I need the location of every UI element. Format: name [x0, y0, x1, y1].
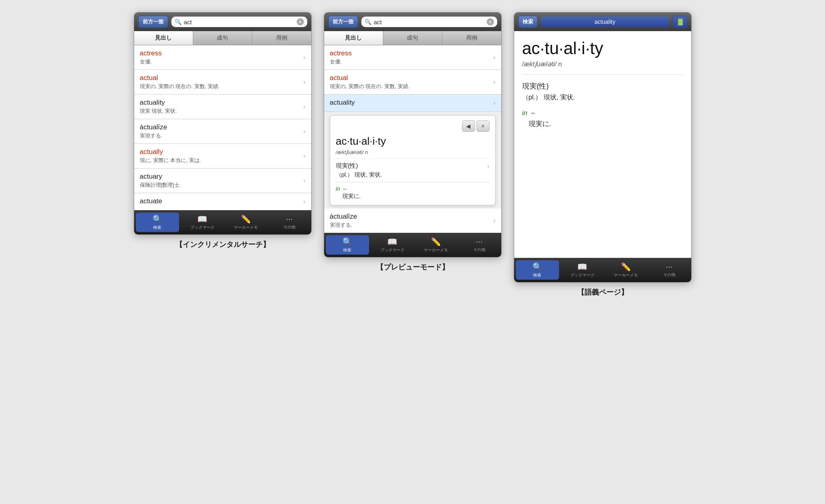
tab-midashi-1[interactable]: 見出し	[134, 31, 193, 45]
memo-nav-icon-3: ✏️	[621, 262, 631, 272]
word-def: 現実の, 実際の 現在の. 実数, 実績.	[140, 83, 300, 90]
screen1-caption: 【インクリメンタルサーチ】	[175, 240, 270, 249]
nav-search-label-1: 検索	[153, 225, 161, 230]
bottom-nav-2: 🔍 検索 📖 ブックマーク ✏️ マーカーメモ ··· その他	[324, 233, 501, 257]
chevron-icon: ›	[493, 99, 495, 107]
list-item[interactable]: actual 現実の, 実際の 現在の. 実数, 実績. ›	[134, 70, 311, 95]
word-def: 現に, 実際に 本当に, 実は.	[140, 157, 300, 164]
nav-bookmark-label-2: ブックマーク	[380, 247, 405, 253]
list-item[interactable]: áctualīze 実現する. ›	[324, 209, 501, 233]
search-bar-2[interactable]: 🔍 act ×	[361, 17, 497, 27]
word-headword: actress	[140, 49, 300, 57]
match-button-1[interactable]: 前方一致	[138, 16, 168, 28]
tab-seiku-1[interactable]: 成句	[193, 31, 252, 45]
nav-search-1[interactable]: 🔍 検索	[136, 213, 179, 232]
popup-phrase-def: 現実に.	[342, 193, 490, 200]
search-input-value-2[interactable]: act	[374, 19, 484, 25]
word-headword: actuary	[140, 173, 300, 181]
popup-def2: （pl.） 現状, 実状.	[336, 171, 490, 179]
screen2: 前方一致 🔍 act × 見出し 成句 用例 actress 女優.	[324, 12, 502, 257]
nav-other-2[interactable]: ··· その他	[458, 235, 501, 255]
popup-phrase-label: in ～	[336, 186, 490, 193]
bookmark-nav-icon-3: 📖	[577, 262, 587, 272]
nav-memo-label-3: マーカーメモ	[614, 272, 638, 278]
list-item[interactable]: actress 女優. ›	[324, 45, 501, 70]
chevron-icon: ›	[493, 54, 495, 61]
nav-bookmark-3[interactable]: 📖 ブックマーク	[561, 260, 604, 280]
chevron-icon: ›	[303, 152, 305, 160]
def-meaning1: 現実(性)	[522, 81, 683, 91]
word-def: 実現する.	[330, 221, 490, 229]
search-nav-icon-2: 🔍	[342, 237, 352, 247]
nav-memo-1[interactable]: ✏️ マーカーメモ	[224, 213, 268, 232]
definition-content: ac·tu·al·i·ty /æktʃuæləti/ n 現実(性) （pl.）…	[514, 31, 691, 137]
def-search-button[interactable]: 検索	[518, 16, 538, 28]
separator	[336, 182, 490, 182]
word-content: actuate	[140, 197, 300, 206]
list-item[interactable]: actuary 保険計理[数理]士. ›	[134, 169, 311, 193]
search-nav-icon-1: 🔍	[152, 214, 162, 224]
clear-button-2[interactable]: ×	[487, 18, 494, 25]
word-headword: actuality	[330, 99, 490, 107]
nav-memo-3[interactable]: ✏️ マーカーメモ	[604, 260, 648, 280]
nav-memo-label-2: マーカーメモ	[424, 247, 448, 253]
popup-headword: ac·tu·al·i·ty	[336, 135, 490, 148]
nav-memo-2[interactable]: ✏️ マーカーメモ	[414, 235, 458, 255]
word-content: actual 現実の, 実際の 現在の. 実数, 実績.	[330, 74, 490, 90]
list-item[interactable]: actually 現に, 実際に 本当に, 実は. ›	[134, 144, 311, 169]
list-item[interactable]: áctualīze 実現する. ›	[134, 119, 311, 144]
tab-midashi-2[interactable]: 見出し	[324, 31, 383, 45]
list-item[interactable]: actress 女優. ›	[134, 45, 311, 70]
def-phrase-label: in ～	[522, 108, 683, 118]
nav-bookmark-label-1: ブックマーク	[190, 225, 215, 230]
nav-search-label-2: 検索	[343, 247, 351, 253]
word-content: actually 現に, 実際に 本当に, 実は.	[140, 148, 300, 164]
list-item[interactable]: actual 現実の, 実際の 現在の. 実数, 実績. ›	[324, 70, 501, 95]
nav-bookmark-2[interactable]: 📖 ブックマーク	[371, 235, 414, 255]
chevron-icon: ›	[303, 198, 305, 205]
tab-seiku-2[interactable]: 成句	[383, 31, 442, 45]
def-pronunciation: /æktʃuæləti/ n	[522, 60, 683, 75]
nav-bookmark-1[interactable]: 📖 ブックマーク	[181, 213, 224, 232]
word-content: áctualīze 実現する.	[140, 123, 300, 139]
chevron-icon: ›	[303, 54, 305, 61]
list-item[interactable]: actuate ›	[134, 193, 311, 210]
nav-other-3[interactable]: ··· その他	[648, 260, 691, 280]
nav-search-3[interactable]: 🔍 検索	[516, 260, 559, 280]
popup-nav: ◀ ×	[336, 120, 490, 132]
search-input-value-1[interactable]: act	[184, 19, 294, 25]
popup-def1: 現実(性) ›	[336, 162, 490, 170]
nav-other-label-1: その他	[283, 224, 295, 230]
word-list-2: actress 女優. › actual 現実の, 実際の 現在の. 実数, 実…	[324, 45, 501, 233]
word-headword: actual	[330, 74, 490, 82]
clear-button-1[interactable]: ×	[297, 18, 304, 25]
tab-yourei-2[interactable]: 用例	[442, 31, 501, 45]
list-item-selected[interactable]: actuality ›	[324, 95, 501, 112]
popup-back-button[interactable]: ◀	[462, 120, 475, 132]
nav-other-1[interactable]: ··· その他	[268, 213, 311, 232]
nav-other-label-2: その他	[473, 247, 485, 253]
other-nav-icon-3: ···	[666, 262, 673, 271]
word-content: actress 女優.	[140, 49, 300, 65]
chevron-icon: ›	[303, 78, 305, 86]
list-item[interactable]: actuality 現実 現状, 実状. ›	[134, 95, 311, 119]
word-def: 現実の, 実際の 現在の. 実数, 実績.	[330, 83, 490, 90]
search-bar-1[interactable]: 🔍 act ×	[171, 17, 307, 27]
popup-close-button[interactable]: ×	[477, 120, 490, 132]
nav-other-label-3: その他	[663, 272, 675, 278]
tab-yourei-1[interactable]: 用例	[252, 31, 311, 45]
bookmark-nav-icon-1: 📖	[197, 214, 207, 224]
preview-popup: ◀ × ac·tu·al·i·ty /æktʃuæləti/ n 現実(性) ›…	[330, 115, 496, 205]
word-content: actuary 保険計理[数理]士.	[140, 173, 300, 189]
word-headword: actress	[330, 49, 490, 57]
nav-search-2[interactable]: 🔍 検索	[326, 235, 369, 255]
memo-nav-icon-1: ✏️	[241, 214, 251, 224]
nav-search-label-3: 検索	[533, 272, 541, 278]
word-content: actual 現実の, 実際の 現在の. 実数, 実績.	[140, 74, 300, 90]
screen3-caption: 【語義ページ】	[577, 287, 628, 297]
word-headword: actuality	[140, 99, 300, 107]
def-book-button[interactable]: 📗	[673, 16, 687, 28]
word-def: 女優.	[140, 58, 300, 65]
match-button-2[interactable]: 前方一致	[328, 16, 358, 28]
def-title: actuality	[541, 17, 669, 27]
